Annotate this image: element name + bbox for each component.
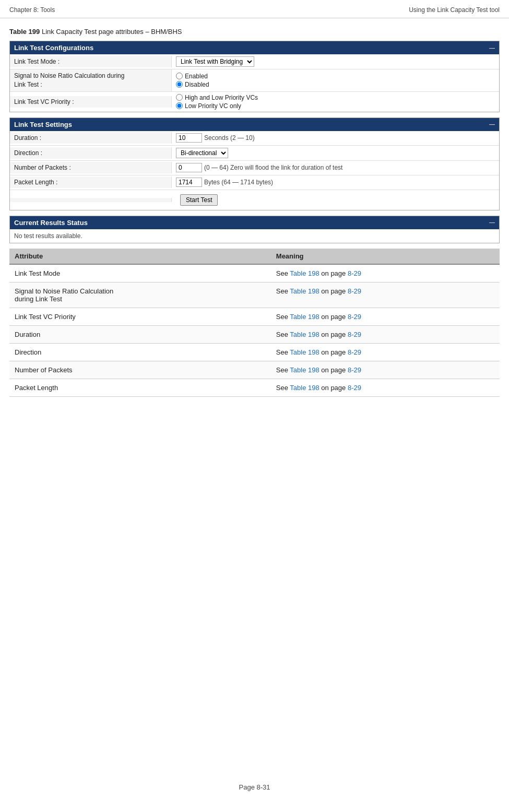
snr-disabled-text: Disabled — [185, 81, 209, 88]
meaning-prefix: See — [276, 269, 290, 277]
meaning-prefix: See — [276, 331, 290, 338]
table-number: Table 199 — [9, 28, 40, 36]
page-link[interactable]: 8-29 — [348, 331, 361, 338]
length-input[interactable] — [176, 178, 202, 187]
config-snr-label: Signal to Noise Ratio Calculation during… — [10, 69, 172, 91]
config-panel-body: Link Test Mode : Link Test with Bridging… — [10, 54, 499, 112]
table-link[interactable]: Table 198 — [290, 348, 319, 356]
meaning-cell: See Table 198 on page 8-29 — [271, 282, 500, 308]
attr-cell: Link Test VC Priority — [9, 308, 271, 325]
page-link[interactable]: 8-29 — [348, 287, 361, 295]
attr-cell: Duration — [9, 325, 271, 343]
settings-panel-body: Duration : Seconds (2 — 10) Direction : … — [10, 131, 499, 210]
snr-enabled-radio[interactable] — [176, 73, 183, 79]
meaning-prefix: See — [276, 313, 290, 321]
attr-table-row: Signal to Noise Ratio Calculationduring … — [9, 282, 500, 308]
table-link[interactable]: Table 198 — [290, 366, 319, 374]
length-value: Bytes (64 — 1714 bytes) — [172, 175, 277, 189]
vc-high-text: High and Low Priority VCs — [185, 94, 258, 101]
table-link[interactable]: Table 198 — [290, 384, 319, 392]
meaning-cell: See Table 198 on page 8-29 — [271, 264, 500, 283]
config-mode-value: Link Test with Bridging — [172, 54, 258, 69]
attr-meaning-table: Attribute Meaning Link Test ModeSee Tabl… — [9, 249, 500, 397]
length-hint: Bytes (64 — 1714 bytes) — [204, 179, 273, 186]
start-label-empty — [10, 198, 172, 202]
no-results-text: No test results available. — [10, 229, 499, 243]
duration-input[interactable] — [176, 133, 202, 143]
page-header: Chapter 8: Tools Using the Link Capacity… — [0, 0, 509, 18]
length-label: Packet Length : — [10, 176, 172, 188]
chapter-label: Chapter 8: Tools — [9, 6, 55, 14]
vc-radio-group: High and Low Priority VCs Low Priority V… — [176, 94, 258, 110]
duration-hint: Seconds (2 — 10) — [204, 134, 255, 142]
settings-panel-minimize-icon[interactable]: — — [489, 121, 495, 127]
page-link[interactable]: 8-29 — [348, 269, 361, 277]
snr-disabled-radio[interactable] — [176, 81, 183, 88]
table-caption: Table 199 Link Capacity Test page attrib… — [9, 28, 500, 36]
meaning-cell: See Table 198 on page 8-29 — [271, 325, 500, 343]
vc-low-label[interactable]: Low Priority VC only — [176, 102, 258, 110]
table-link[interactable]: Table 198 — [290, 269, 319, 277]
vc-high-radio[interactable] — [176, 94, 183, 101]
results-panel-title: Current Results Status — [14, 219, 88, 227]
meaning-middle: on page — [319, 384, 348, 392]
meaning-middle: on page — [319, 287, 348, 295]
page-footer: Page 8-31 — [0, 768, 509, 802]
start-button-container: Start Test — [172, 190, 226, 210]
attr-cell: Direction — [9, 343, 271, 361]
table-title: Link Capacity Test page attributes – BHM… — [40, 28, 182, 36]
page-link[interactable]: 8-29 — [348, 348, 361, 356]
config-row-vc: Link Test VC Priority : High and Low Pri… — [10, 92, 499, 112]
attr-table-row: Number of PacketsSee Table 198 on page 8… — [9, 361, 500, 379]
snr-disabled-label[interactable]: Disabled — [176, 81, 209, 88]
link-test-mode-select[interactable]: Link Test with Bridging — [176, 56, 254, 67]
meaning-cell: See Table 198 on page 8-29 — [271, 343, 500, 361]
meaning-prefix: See — [276, 348, 290, 356]
results-panel-minimize-icon[interactable]: — — [489, 219, 495, 226]
table-link[interactable]: Table 198 — [290, 331, 319, 338]
snr-radio-group: Enabled Disabled — [176, 73, 209, 88]
config-panel-header: Link Test Configurations — — [10, 41, 499, 54]
meaning-cell: See Table 198 on page 8-29 — [271, 308, 500, 325]
config-row-mode: Link Test Mode : Link Test with Bridging — [10, 54, 499, 69]
vc-low-radio[interactable] — [176, 102, 183, 109]
start-test-button[interactable]: Start Test — [180, 194, 218, 206]
page-link[interactable]: 8-29 — [348, 366, 361, 374]
meaning-prefix: See — [276, 366, 290, 374]
meaning-prefix: See — [276, 287, 290, 295]
settings-panel-title: Link Test Settings — [14, 121, 72, 128]
settings-row-packets: Number of Packets : (0 — 64) Zero will f… — [10, 161, 499, 175]
page-link[interactable]: 8-29 — [348, 384, 361, 392]
attr-cell: Packet Length — [9, 379, 271, 396]
meaning-middle: on page — [319, 269, 348, 277]
snr-enabled-text: Enabled — [185, 73, 208, 80]
settings-row-direction: Direction : Bi-directional — [10, 146, 499, 161]
settings-row-length: Packet Length : Bytes (64 — 1714 bytes) — [10, 175, 499, 190]
settings-row-start: Start Test — [10, 190, 499, 210]
vc-high-label[interactable]: High and Low Priority VCs — [176, 94, 258, 101]
attr-table-header-row: Attribute Meaning — [9, 249, 500, 264]
table-link[interactable]: Table 198 — [290, 287, 319, 295]
snr-enabled-label[interactable]: Enabled — [176, 73, 209, 80]
packets-value: (0 — 64) Zero will flood the link for du… — [172, 161, 347, 174]
attr-cell: Link Test Mode — [9, 264, 271, 283]
meaning-middle: on page — [319, 331, 348, 338]
meaning-middle: on page — [319, 366, 348, 374]
direction-value: Bi-directional — [172, 146, 232, 160]
config-panel: Link Test Configurations — Link Test Mod… — [9, 41, 500, 112]
table-link[interactable]: Table 198 — [290, 313, 319, 321]
packets-input[interactable] — [176, 163, 202, 172]
packets-hint: (0 — 64) Zero will flood the link for du… — [204, 164, 342, 171]
results-panel-body: No test results available. — [10, 229, 499, 243]
settings-row-duration: Duration : Seconds (2 — 10) — [10, 131, 499, 146]
attr-cell: Number of Packets — [9, 361, 271, 379]
attr-cell: Signal to Noise Ratio Calculationduring … — [9, 282, 271, 308]
meaning-cell: See Table 198 on page 8-29 — [271, 361, 500, 379]
direction-label: Direction : — [10, 147, 172, 159]
config-panel-minimize-icon[interactable]: — — [489, 45, 495, 51]
attr-table-row: Packet LengthSee Table 198 on page 8-29 — [9, 379, 500, 396]
direction-select[interactable]: Bi-directional — [176, 148, 228, 158]
section-label: Using the Link Capacity Test tool — [409, 6, 500, 14]
meaning-cell: See Table 198 on page 8-29 — [271, 379, 500, 396]
page-link[interactable]: 8-29 — [348, 313, 361, 321]
